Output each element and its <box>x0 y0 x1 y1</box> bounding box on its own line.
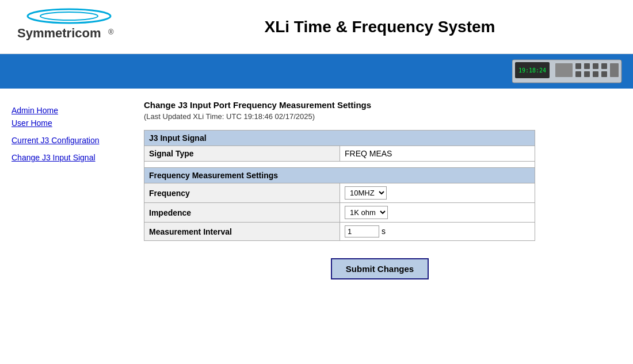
svg-text:Symmetricom: Symmetricom <box>17 26 101 40</box>
section-header-2: Frequency Measurement Settings <box>144 168 535 183</box>
svg-text:19:18:24: 19:18:24 <box>518 67 546 74</box>
sidebar-item-current-j3[interactable]: Current J3 Configuration <box>12 136 127 145</box>
page-title: XLi Time & Frequency System <box>265 18 495 36</box>
svg-rect-16 <box>610 63 619 77</box>
svg-rect-13 <box>584 71 590 77</box>
device-image: 19:18:24 <box>512 57 627 86</box>
title-area: XLi Time & Frequency System <box>138 18 621 36</box>
svg-rect-12 <box>575 71 581 77</box>
impedence-value-cell: 1K ohm 50 ohm 75 ohm <box>340 203 535 223</box>
device-svg: 19:18:24 <box>512 58 627 85</box>
signal-type-label: Signal Type <box>144 146 340 162</box>
signal-type-row: Signal Type FREQ MEAS <box>144 146 535 162</box>
sidebar-group-2: Current J3 Configuration <box>12 136 127 145</box>
svg-rect-8 <box>575 63 581 69</box>
svg-point-1 <box>40 12 98 20</box>
symmetricom-logo: Symmetricom ® <box>12 6 127 46</box>
section-header-1: J3 Input Signal <box>144 131 535 146</box>
sidebar-group-1: Admin Home User Home <box>12 106 127 128</box>
frequency-value-cell: 10MHZ 5MHZ 1MHZ <box>340 183 535 203</box>
sidebar-item-change-j3[interactable]: Change J3 Input Signal <box>12 153 127 162</box>
frequency-label: Frequency <box>144 183 340 203</box>
submit-button[interactable]: Submit Changes <box>331 258 429 279</box>
svg-rect-14 <box>593 71 598 77</box>
content-subheading: (Last Updated XLi Time: UTC 19:18:46 02/… <box>144 112 616 121</box>
impedence-select[interactable]: 1K ohm 50 ohm 75 ohm <box>345 206 388 219</box>
spacer-row <box>144 162 535 168</box>
svg-rect-9 <box>584 63 590 69</box>
svg-rect-11 <box>601 63 607 69</box>
measurement-label: Measurement Interval <box>144 223 340 241</box>
svg-rect-15 <box>601 71 607 77</box>
frequency-row: Frequency 10MHZ 5MHZ 1MHZ <box>144 183 535 203</box>
sidebar-group-3: Change J3 Input Signal <box>12 153 127 162</box>
measurement-value-cell: s <box>340 223 535 241</box>
section-2-label: Frequency Measurement Settings <box>144 168 535 183</box>
svg-rect-10 <box>593 63 598 69</box>
impedence-row: Impedence 1K ohm 50 ohm 75 ohm <box>144 203 535 223</box>
svg-text:®: ® <box>108 28 114 36</box>
config-table: J3 Input Signal Signal Type FREQ MEAS Fr… <box>144 130 535 241</box>
measurement-input[interactable] <box>345 225 379 237</box>
logo-area: Symmetricom ® <box>12 6 138 48</box>
section-1-label: J3 Input Signal <box>144 131 535 146</box>
measurement-unit: s <box>382 227 386 236</box>
sidebar-item-user-home[interactable]: User Home <box>12 118 127 128</box>
content-area: Change J3 Input Port Frequency Measureme… <box>132 100 627 279</box>
svg-rect-7 <box>555 63 573 77</box>
content-heading: Change J3 Input Port Frequency Measureme… <box>144 100 616 110</box>
sidebar-item-admin-home[interactable]: Admin Home <box>12 106 127 115</box>
impedence-label: Impedence <box>144 203 340 223</box>
frequency-select[interactable]: 10MHZ 5MHZ 1MHZ <box>345 186 387 200</box>
signal-type-value: FREQ MEAS <box>340 146 535 162</box>
banner: 19:18:24 <box>0 54 633 89</box>
measurement-row: Measurement Interval s <box>144 223 535 241</box>
submit-area: Submit Changes <box>144 258 616 279</box>
sidebar: Admin Home User Home Current J3 Configur… <box>6 100 132 279</box>
